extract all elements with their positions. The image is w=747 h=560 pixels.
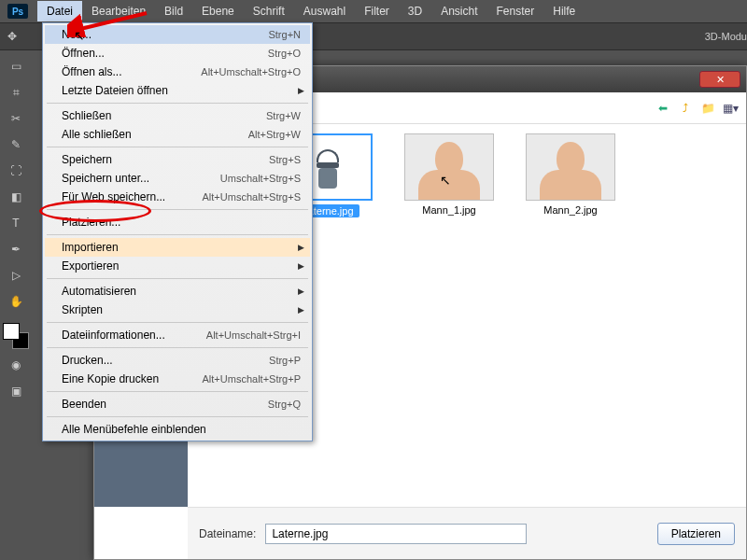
menuitem-platzieren[interactable]: Platzieren... xyxy=(45,213,310,231)
folder-icon[interactable]: 📁 xyxy=(699,100,716,117)
menu-fenster[interactable]: Fenster xyxy=(487,1,544,21)
quickmask-icon[interactable]: ◉ xyxy=(6,355,26,375)
menuitem-ffnenals[interactable]: Öffnen als...Alt+Umschalt+Strg+O xyxy=(45,63,310,81)
view-icon[interactable]: ▦▾ xyxy=(722,100,739,117)
thumb-caption: Mann_1.jpg xyxy=(422,204,476,216)
menuitem-allemenbefehleeinblenden[interactable]: Alle Menübefehle einblenden xyxy=(45,420,310,439)
menuitem-skripten[interactable]: Skripten▶ xyxy=(45,301,310,319)
foreground-swatch[interactable] xyxy=(3,323,20,340)
menuitem-letztedateienffnen[interactable]: Letzte Dateien öffnen▶ xyxy=(45,81,310,100)
tools-panel: ▭ ⌗ ✂ ✎ ⛶ ◧ T ✒ ▷ ✋ ◉ ▣ xyxy=(0,50,32,401)
screenmode-icon[interactable]: ▣ xyxy=(6,381,26,401)
menuitem-importieren[interactable]: Importieren▶ xyxy=(45,238,310,257)
file-menu[interactable]: Neu...Strg+NÖffnen...Strg+OÖffnen als...… xyxy=(42,22,313,441)
menuitem-exportieren[interactable]: Exportieren▶ xyxy=(45,257,310,275)
mode-label: 3D-Modu xyxy=(705,31,747,42)
menuitem-ffnen[interactable]: Öffnen...Strg+O xyxy=(45,44,310,63)
menu-auswahl[interactable]: Auswahl xyxy=(294,1,355,21)
menuitem-einekopiedrucken[interactable]: Eine Kopie druckenAlt+Umschalt+Strg+P xyxy=(45,370,310,388)
menu-ebene[interactable]: Ebene xyxy=(192,1,244,21)
type-tool-icon[interactable]: T xyxy=(6,213,26,233)
dialog-bottom: Dateiname: Platzieren xyxy=(188,507,746,559)
path-select-icon[interactable]: ▷ xyxy=(6,265,26,286)
lasso-tool-icon[interactable]: ⌗ xyxy=(6,82,26,103)
menu-3d[interactable]: 3D xyxy=(399,1,431,21)
menu-bild[interactable]: Bild xyxy=(155,1,192,21)
place-button[interactable]: Platzieren xyxy=(657,523,735,545)
up-icon[interactable]: ⤴ xyxy=(677,100,694,117)
brush-tool-icon[interactable]: ✎ xyxy=(6,134,26,155)
menuitem-schlieen[interactable]: SchließenStrg+W xyxy=(45,106,310,125)
menu-hilfe[interactable]: Hilfe xyxy=(543,1,585,21)
menuitem-alleschlieen[interactable]: Alle schließenAlt+Strg+W xyxy=(45,125,310,144)
menu-filter[interactable]: Filter xyxy=(355,1,399,21)
app-logo: Ps xyxy=(7,4,28,19)
menu-ansicht[interactable]: Ansicht xyxy=(431,1,486,21)
crop-tool-icon[interactable]: ✂ xyxy=(6,108,26,129)
thumb-mann_2[interactable]: Mann_2.jpg xyxy=(524,133,617,217)
menu-schrift[interactable]: Schrift xyxy=(244,1,294,21)
menuitem-speichernunter[interactable]: Speichern unter...Umschalt+Strg+S xyxy=(45,169,310,188)
menuitem-beenden[interactable]: BeendenStrg+Q xyxy=(45,395,310,413)
menu-bearbeiten[interactable]: Bearbeiten xyxy=(82,1,155,21)
pen-tool-icon[interactable]: ✒ xyxy=(6,239,26,259)
color-swatches[interactable] xyxy=(3,323,29,349)
menuitem-dateiinformationen[interactable]: Dateiinformationen...Alt+Umschalt+Strg+I xyxy=(45,326,310,344)
hand-tool-icon[interactable]: ✋ xyxy=(6,291,26,312)
stamp-tool-icon[interactable]: ⛶ xyxy=(6,161,26,181)
menu-datei[interactable]: Datei xyxy=(37,1,82,21)
filename-input[interactable] xyxy=(265,524,527,544)
close-button[interactable]: ✕ xyxy=(699,71,740,88)
marquee-tool-icon[interactable]: ▭ xyxy=(6,56,26,77)
menubar: Ps DateiBearbeitenBildEbeneSchriftAuswah… xyxy=(0,0,747,22)
menuitem-frwebspeichern[interactable]: Für Web speichern...Alt+Umschalt+Strg+S xyxy=(45,188,310,206)
menuitem-automatisieren[interactable]: Automatisieren▶ xyxy=(45,282,310,301)
thumb-caption: Mann_2.jpg xyxy=(543,204,598,216)
thumb-mann_1[interactable]: Mann_1.jpg xyxy=(402,133,496,217)
menuitem-speichern[interactable]: SpeichernStrg+S xyxy=(45,150,310,169)
back-icon[interactable]: ⬅ xyxy=(655,100,671,117)
menuitem-neu[interactable]: Neu...Strg+N xyxy=(45,25,310,44)
eraser-tool-icon[interactable]: ◧ xyxy=(6,187,26,207)
move-tool-icon: ✥ xyxy=(7,30,17,43)
filename-label: Dateiname: xyxy=(199,527,256,540)
menuitem-drucken[interactable]: Drucken...Strg+P xyxy=(45,351,310,370)
